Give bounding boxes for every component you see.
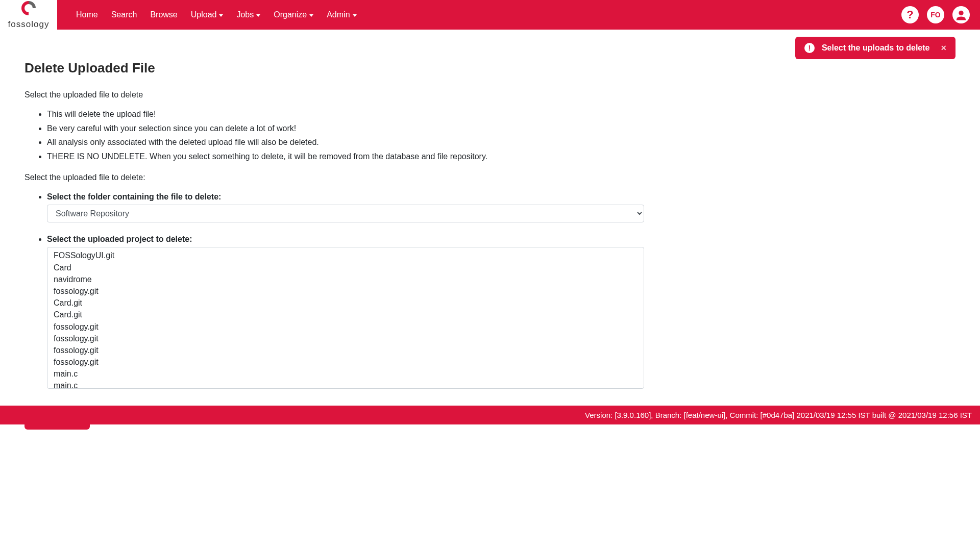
close-icon[interactable]: × — [941, 43, 946, 53]
main-content: Delete Uploaded File Select the uploaded… — [0, 30, 980, 430]
nav-label: Jobs — [236, 10, 254, 19]
nav-jobs[interactable]: Jobs — [230, 6, 267, 23]
logo-area[interactable]: fossology — [0, 0, 57, 30]
list-item[interactable]: Card.git — [47, 309, 644, 320]
nav-label: Organize — [274, 10, 307, 19]
uploads-listbox[interactable]: FOSSologyUI.git Card navidrome fossology… — [47, 247, 644, 389]
alert-icon: ! — [804, 43, 815, 53]
alert-text: Select the uploads to delete — [822, 43, 930, 53]
warning-item: Be very careful with your selection sinc… — [47, 122, 955, 135]
chevron-down-icon — [219, 14, 223, 17]
list-item[interactable]: main.c — [47, 380, 644, 389]
nav-label: Home — [76, 10, 98, 19]
list-item[interactable]: Card.git — [47, 297, 644, 309]
profile-icon[interactable] — [952, 6, 970, 23]
fossology-logo-icon — [20, 0, 37, 16]
chevron-down-icon — [256, 14, 260, 17]
folder-select[interactable]: Software Repository — [47, 205, 644, 222]
brand-text: fossology — [8, 19, 50, 30]
nav: Home Search Browse Upload Jobs Organize … — [57, 6, 363, 23]
nav-label: Upload — [191, 10, 217, 19]
list-item[interactable]: main.c — [47, 368, 644, 380]
user-badge[interactable]: FO — [927, 6, 944, 23]
nav-home[interactable]: Home — [69, 6, 105, 23]
sub-heading: Select the uploaded file to delete: — [24, 173, 955, 182]
upload-field: Select the uploaded project to delete: F… — [47, 235, 955, 389]
header-right: ? FO — [901, 6, 980, 23]
chevron-down-icon — [353, 14, 357, 17]
folder-field: Select the folder containing the file to… — [47, 192, 955, 222]
warning-item: THERE IS NO UNDELETE. When you select so… — [47, 150, 955, 163]
nav-label: Browse — [150, 10, 177, 19]
nav-upload[interactable]: Upload — [184, 6, 230, 23]
list-item[interactable]: FOSSologyUI.git — [47, 247, 644, 261]
header: fossology Home Search Browse Upload Jobs… — [0, 0, 980, 30]
warning-item: This will delete the upload file! — [47, 108, 955, 121]
warning-list: This will delete the upload file! Be ver… — [24, 108, 955, 163]
intro-text: Select the uploaded file to delete — [24, 90, 955, 99]
nav-browse[interactable]: Browse — [143, 6, 184, 23]
nav-search[interactable]: Search — [105, 6, 144, 23]
help-icon[interactable]: ? — [901, 6, 919, 23]
list-item[interactable]: fossology.git — [47, 344, 644, 356]
list-item[interactable]: fossology.git — [47, 333, 644, 344]
warning-item: All analysis only associated with the de… — [47, 136, 955, 149]
nav-organize[interactable]: Organize — [267, 6, 320, 23]
page-title: Delete Uploaded File — [24, 60, 955, 76]
form-list: Select the folder containing the file to… — [24, 192, 955, 389]
folder-label: Select the folder containing the file to… — [47, 192, 955, 202]
footer: Version: [3.9.0.160], Branch: [feat/new-… — [0, 406, 980, 424]
alert-toast: ! Select the uploads to delete × — [795, 37, 955, 59]
list-item[interactable]: fossology.git — [47, 321, 644, 333]
upload-label: Select the uploaded project to delete: — [47, 235, 955, 244]
list-item[interactable]: Card — [47, 262, 644, 273]
svg-point-1 — [959, 11, 963, 15]
nav-label: Search — [111, 10, 137, 19]
list-item[interactable]: fossology.git — [47, 285, 644, 297]
list-item[interactable]: fossology.git — [47, 356, 644, 368]
nav-label: Admin — [327, 10, 350, 19]
chevron-down-icon — [309, 14, 313, 17]
nav-admin[interactable]: Admin — [320, 6, 363, 23]
list-item[interactable]: navidrome — [47, 273, 644, 285]
